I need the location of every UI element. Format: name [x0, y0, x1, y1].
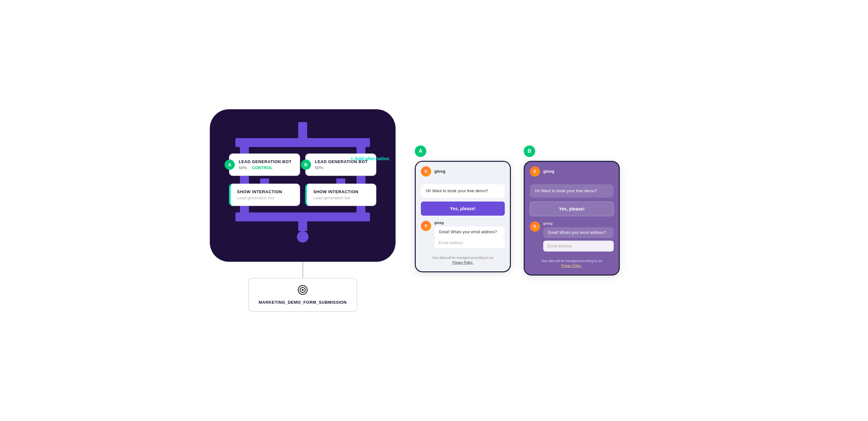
previews-area: A G giosg Hi! Want to book your free dem…	[415, 146, 620, 275]
chat-row-b: G giosg Great! Whats your emsil address?…	[530, 221, 614, 255]
phone-frame-a: G giosg Hi! Want to book your free demo?…	[415, 161, 511, 272]
lead-card-a-wrapper: A LEAD GENERATION BOT 50% CONTROL	[229, 153, 300, 176]
control-label-a: CONTROL	[252, 165, 273, 170]
lead-bot-title-a: LEAD GENERATION BOT	[239, 159, 293, 164]
preview-badge-a: A	[415, 146, 426, 157]
svg-point-2	[302, 289, 304, 291]
diagram-background: + Add alternative A	[210, 109, 396, 262]
top-connector	[298, 122, 307, 138]
goal-title: MARKETING_DEMO_FORM_SUBMISSION	[258, 300, 346, 305]
chat-avatar-a-2: G	[421, 221, 431, 231]
chat-avatar-b-2: G	[530, 221, 540, 232]
brand-a: giosg	[434, 169, 445, 174]
greeting-bubble-a: Hi! Want to book your free demo?	[421, 184, 505, 198]
bottom-horizontal-bar	[236, 212, 370, 221]
preview-b-wrapper: B G giosg Hi! Want to book your free dem…	[524, 146, 620, 275]
question-bubble-a: Great! Whats your emsil address?	[434, 227, 505, 237]
question-bubble-b: Great! Whats your emsil address?	[543, 227, 614, 238]
goal-connector-line	[302, 262, 303, 278]
email-input-a[interactable]: Email address	[434, 237, 505, 248]
interaction-title-b: SHOW INTERACTION	[313, 189, 369, 194]
goal-section: MARKETING_DEMO_FORM_SUBMISSION	[210, 262, 396, 312]
chat-header-b: G giosg	[525, 162, 619, 181]
email-input-b[interactable]: Email address	[543, 241, 614, 251]
chat-body-a: Hi! Want to book your free demo? Yes, pl…	[416, 181, 510, 271]
chat-avatar-b: G	[530, 166, 540, 177]
lead-card-a-meta: 50% CONTROL	[239, 165, 293, 170]
interaction-card-b[interactable]: SHOW INTERACTION Lead generation bot	[305, 184, 376, 206]
privacy-text-a: Your data will be managed according to o…	[421, 255, 505, 265]
card-connector-b	[336, 178, 345, 184]
bot-brand-a: giosg	[434, 221, 505, 224]
interaction-subtitle-a: Lead generation bot	[237, 196, 293, 200]
privacy-link-a[interactable]: Privacy Policy.	[453, 261, 473, 264]
cta-button-a[interactable]: Yes, please!	[421, 202, 505, 216]
main-container: + Add alternative A	[210, 109, 658, 312]
bot-brand-b: giosg	[543, 221, 614, 225]
chat-row-a: G giosg Great! Whats your emsil address?…	[421, 221, 505, 252]
column-b: B LEAD GENERATION BOT 50% SHOW INTERACTI…	[305, 153, 376, 206]
chat-header-a: G giosg	[416, 162, 510, 181]
percentage-a: 50%	[239, 165, 247, 170]
column-a: A LEAD GENERATION BOT 50% CONTROL	[229, 153, 300, 206]
chat-messages-a: giosg Great! Whats your emsil address? E…	[434, 221, 505, 252]
merge-circle	[297, 231, 308, 243]
goal-card[interactable]: MARKETING_DEMO_FORM_SUBMISSION	[248, 278, 357, 312]
chat-body-b: Hi! Want to book your free demo? Yes, pl…	[525, 181, 619, 275]
preview-badge-b: B	[524, 146, 535, 157]
interaction-title-a: SHOW INTERACTION	[237, 189, 293, 194]
lead-card-a[interactable]: A LEAD GENERATION BOT 50% CONTROL	[229, 153, 300, 176]
greeting-bubble-b: Hi! Want to book your free demo?	[530, 184, 614, 198]
goal-icon	[258, 285, 346, 297]
chat-messages-b: giosg Great! Whats your emsil address? E…	[543, 221, 614, 255]
cta-button-b[interactable]: Yes, please!	[530, 202, 614, 216]
interaction-card-a[interactable]: SHOW INTERACTION Lead generation bot	[229, 184, 300, 206]
card-connector-a	[260, 178, 269, 184]
phone-frame-b: G giosg Hi! Want to book your free demo?…	[524, 161, 620, 275]
preview-a-wrapper: A G giosg Hi! Want to book your free dem…	[415, 146, 511, 272]
badge-a: A	[224, 159, 235, 170]
bottom-vert-1	[298, 221, 307, 231]
privacy-link-b[interactable]: Privacy Policy.	[561, 264, 582, 268]
bottom-merge	[219, 221, 386, 243]
percentage-b: 50%	[315, 165, 369, 170]
brand-b: giosg	[543, 169, 554, 174]
chat-avatar-a: G	[421, 166, 431, 177]
add-alternative-link[interactable]: + Add alternative	[350, 156, 389, 161]
interaction-subtitle-b: Lead generation bot	[313, 196, 369, 200]
top-horizontal-bar	[236, 138, 370, 147]
privacy-text-b: Your data will be managed according to o…	[530, 259, 614, 268]
badge-b: B	[301, 159, 311, 170]
diagram-area: + Add alternative A	[210, 109, 396, 312]
